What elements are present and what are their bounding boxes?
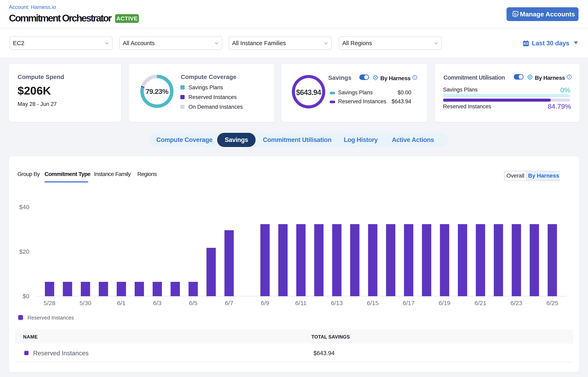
svg-text:6/23: 6/23 <box>510 300 522 306</box>
svg-text:$0: $0 <box>23 293 29 299</box>
svg-text:6/19: 6/19 <box>439 300 450 306</box>
svg-text:6/21: 6/21 <box>475 300 486 306</box>
svg-text:5/28: 5/28 <box>44 300 55 306</box>
svg-text:6/13: 6/13 <box>331 300 343 306</box>
svg-text:6/3: 6/3 <box>153 300 162 306</box>
svg-text:$643.94: $643.94 <box>296 88 321 97</box>
svg-text:$40: $40 <box>19 204 29 210</box>
svg-text:6/1: 6/1 <box>117 300 126 306</box>
svg-text:5/30: 5/30 <box>79 300 91 306</box>
svg-text:79.23%: 79.23% <box>145 87 169 95</box>
svg-text:6/25: 6/25 <box>546 300 558 306</box>
svg-text:6/9: 6/9 <box>261 300 269 306</box>
svg-text:6/15: 6/15 <box>367 300 378 306</box>
svg-text:6/11: 6/11 <box>295 300 307 306</box>
svg-text:6/17: 6/17 <box>403 300 414 306</box>
svg-text:6/5: 6/5 <box>189 300 198 306</box>
svg-text:6/7: 6/7 <box>225 300 233 306</box>
svg-text:$20: $20 <box>19 248 29 255</box>
